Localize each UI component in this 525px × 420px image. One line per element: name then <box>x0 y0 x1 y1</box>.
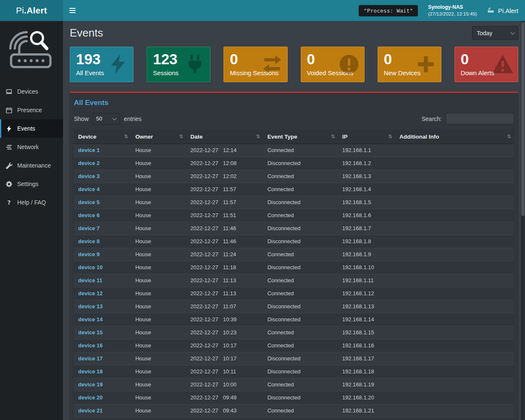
device-link[interactable]: device 7 <box>78 225 100 231</box>
events-panel: All Events Show 50 entries Search: <box>70 92 518 420</box>
device-link[interactable]: device 6 <box>78 212 100 218</box>
device-link[interactable]: device 15 <box>78 329 103 336</box>
device-link[interactable]: device 14 <box>78 316 103 323</box>
sidebar-item-label: Devices <box>17 88 38 95</box>
app-link[interactable]: Pi.Alert <box>487 5 518 16</box>
sidebar-item-settings[interactable]: Settings <box>0 175 63 193</box>
additional-info-cell <box>395 170 514 183</box>
device-link[interactable]: device 2 <box>78 160 100 166</box>
ip-cell: 192.168.1.4 <box>338 183 395 196</box>
host-name: Synology-NAS <box>428 4 477 11</box>
ip-cell: 192.168.1.19 <box>338 378 395 391</box>
sort-icon: ⇅ <box>388 134 392 139</box>
ip-cell: 192.168.1.21 <box>338 404 395 417</box>
event-type-cell: Connected <box>263 326 338 339</box>
table-row: device 22 House 2022-12-2709:21 IP Chang… <box>74 417 514 420</box>
sidebar-item-help[interactable]: ? Help / FAQ <box>0 193 63 212</box>
device-link[interactable]: device 18 <box>78 368 103 375</box>
additional-info-cell <box>395 352 514 365</box>
column-header[interactable]: IP ⇅ <box>338 130 395 144</box>
top-bar: Pi.Alert "Process: Wait" Synology-NAS (2… <box>0 0 525 21</box>
owner-cell: House <box>131 274 186 287</box>
additional-info-cell <box>395 235 514 248</box>
sidebar-item-label: Help / FAQ <box>17 199 46 206</box>
device-link[interactable]: device 21 <box>78 407 103 414</box>
event-type-cell: Connected <box>263 404 338 417</box>
wrench-icon <box>5 162 13 169</box>
device-link[interactable]: device 13 <box>78 303 103 310</box>
ip-cell: 192.168.1.5 <box>338 196 395 209</box>
device-link[interactable]: device 1 <box>78 147 100 153</box>
additional-info-cell <box>395 183 514 196</box>
ip-cell: 192.168.1.18 <box>338 365 395 378</box>
date-cell: 2022-12-2710:00 <box>186 378 263 391</box>
device-link[interactable]: device 10 <box>78 264 103 270</box>
page-header: Events Today <box>70 26 518 40</box>
additional-info-cell <box>395 261 514 274</box>
table-row: device 3 House 2022-12-2712:02 Connected… <box>74 170 514 183</box>
additional-info-cell <box>395 378 514 391</box>
owner-cell: House <box>131 235 186 248</box>
date-cell: 2022-12-2711:57 <box>186 196 263 209</box>
event-type-cell: Disconnected <box>263 365 338 378</box>
column-header[interactable]: Event Type ⇅ <box>263 130 338 144</box>
bolt-lg-icon <box>107 53 129 75</box>
column-header[interactable]: Additional Info ⇅ <box>395 130 514 144</box>
sidebar-item-maintenance[interactable]: Maintenance <box>0 156 63 175</box>
table-row: device 16 House 2022-12-2710:17 Connecte… <box>74 339 514 352</box>
device-link[interactable]: device 12 <box>78 290 103 297</box>
additional-info-cell <box>395 404 514 417</box>
table-row: device 19 House 2022-12-2710:00 Connecte… <box>74 378 514 391</box>
owner-cell: House <box>131 222 186 235</box>
device-link[interactable]: device 5 <box>78 199 100 205</box>
date-cell: 2022-12-2711:46 <box>186 222 263 235</box>
device-link[interactable]: device 16 <box>78 342 103 349</box>
owner-cell: House <box>131 313 186 326</box>
pialert-logo <box>0 21 63 82</box>
ip-cell: 192.168.1.11 <box>338 274 395 287</box>
owner-cell: House <box>131 391 186 404</box>
table-row: device 8 House 2022-12-2711:46 Disconnec… <box>74 235 514 248</box>
device-link[interactable]: device 3 <box>78 173 100 179</box>
ip-cell: 192.168.1.20 <box>338 391 395 404</box>
table-row: device 10 House 2022-12-2711:18 Disconne… <box>74 261 514 274</box>
sort-icon: ⇅ <box>256 134 260 139</box>
date-cell: 2022-12-2711:57 <box>186 183 263 196</box>
hamburger-menu-icon[interactable] <box>63 0 81 21</box>
column-header[interactable]: Device ⇅ <box>74 130 131 144</box>
vertical-scrollbar[interactable] <box>521 21 525 420</box>
date-cell: 2022-12-2711:46 <box>186 235 263 248</box>
scrollbar-thumb[interactable] <box>521 22 525 216</box>
entries-label: entries <box>124 116 142 122</box>
host-timestamp: (27/12/2022, 12:15:45) <box>428 10 477 17</box>
additional-info-cell <box>395 222 514 235</box>
events-table-body: device 1 House 2022-12-2712:14 Connected… <box>74 144 514 420</box>
column-header[interactable]: Date ⇅ <box>186 130 263 144</box>
column-header[interactable]: Owner ⇅ <box>131 130 186 144</box>
sidebar-item-network[interactable]: Network <box>0 138 63 156</box>
panel-title: All Events <box>74 97 514 112</box>
event-type-cell: Connected <box>263 287 338 300</box>
device-link[interactable]: device 9 <box>78 251 100 257</box>
page-size-select[interactable]: 50 <box>92 113 120 125</box>
device-link[interactable]: device 8 <box>78 238 100 244</box>
device-link[interactable]: device 20 <box>78 394 103 401</box>
device-link[interactable]: device 4 <box>78 186 100 192</box>
ip-cell: 192.168.1.3 <box>338 170 395 183</box>
device-link[interactable]: device 11 <box>78 277 102 284</box>
device-link[interactable]: device 19 <box>78 381 103 388</box>
period-select[interactable]: Today <box>472 26 518 40</box>
sidebar-item-presence[interactable]: Presence <box>0 101 63 119</box>
sidebar-item-devices[interactable]: Devices <box>0 82 63 101</box>
search-input[interactable] <box>446 113 514 124</box>
sidebar-item-events[interactable]: Events <box>0 119 63 138</box>
table-row: device 1 House 2022-12-2712:14 Connected… <box>74 144 514 157</box>
ip-cell: 192.168.1.16 <box>338 339 395 352</box>
sidebar-nav: Devices Presence Events Network Maintena… <box>0 82 63 212</box>
device-link[interactable]: device 17 <box>78 355 103 362</box>
column-header-label: Additional Info <box>399 134 439 140</box>
table-row: device 15 House 2022-12-2710:23 Connecte… <box>74 326 514 339</box>
date-cell: 2022-12-2711:13 <box>186 274 263 287</box>
table-row: device 18 House 2022-12-2710:11 Disconne… <box>74 365 514 378</box>
table-row: device 9 House 2022-12-2711:24 Connected… <box>74 248 514 261</box>
